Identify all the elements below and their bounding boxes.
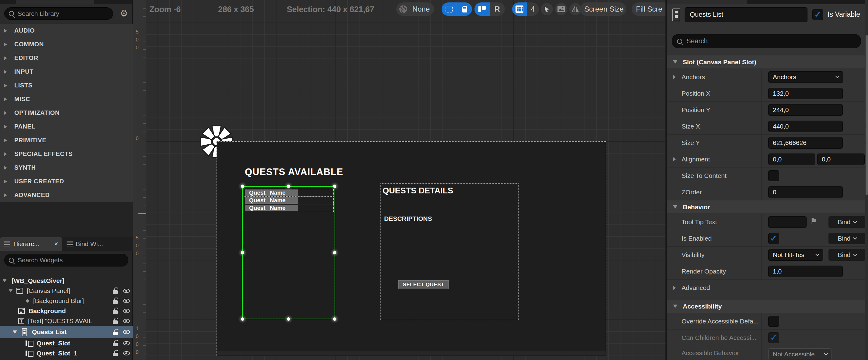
tree-row-canvas-panel[interactable]: [Canvas Panel] — [0, 286, 133, 296]
palette-category[interactable]: COMMON — [0, 37, 133, 51]
size-to-content-checkbox[interactable] — [768, 170, 779, 181]
quest-slot-row[interactable]: Quest Name — [244, 204, 334, 212]
expand-arrow-icon[interactable] — [673, 75, 676, 79]
lock-icon[interactable] — [113, 332, 118, 335]
visibility-eye-icon[interactable] — [123, 351, 130, 355]
size-x-input[interactable]: 440,0 — [768, 120, 843, 132]
section-slot[interactable]: Slot (Canvas Panel Slot) — [667, 55, 868, 69]
lock-icon[interactable] — [113, 343, 118, 346]
quest-slot-row[interactable]: Quest Name — [244, 189, 334, 197]
details-search-input[interactable]: Search — [672, 34, 861, 48]
visibility-bind-button[interactable]: Bind — [829, 249, 866, 261]
resize-handle[interactable] — [333, 251, 336, 254]
is-variable-checkbox[interactable]: ✓ — [812, 9, 823, 20]
visibility-eye-icon[interactable] — [123, 289, 130, 293]
alignment-y-input[interactable]: 0,0 — [817, 154, 865, 165]
visibility-eye-icon[interactable] — [123, 341, 130, 345]
palette-category[interactable]: SYNTH — [0, 161, 133, 174]
palette-category[interactable]: EDITOR — [0, 51, 133, 65]
render-opacity-input[interactable]: 1,0 — [768, 266, 843, 277]
section-behavior[interactable]: Behavior — [667, 200, 868, 214]
accessible-behavior-dropdown[interactable]: Not Accessible — [768, 349, 832, 360]
select-tool-button[interactable] — [541, 3, 553, 15]
palette-search-input[interactable]: Search Library — [4, 7, 113, 20]
row-advanced[interactable]: Advanced — [667, 280, 868, 296]
anchors-dropdown[interactable]: Anchors — [768, 71, 843, 83]
override-accessible-checkbox[interactable] — [768, 316, 779, 327]
quest-slot-row[interactable]: Quest Name — [244, 196, 334, 204]
lock-icon[interactable] — [113, 321, 118, 324]
tab-hierarchy[interactable]: Hierarc... × — [0, 237, 62, 251]
lock-icon[interactable] — [113, 300, 118, 304]
palette-category[interactable]: PANEL — [0, 120, 133, 133]
tree-row-text[interactable]: T [Text] "QUESTS AVAIL — [0, 316, 133, 326]
layout-mode-button[interactable] — [474, 2, 490, 16]
lock-icon[interactable] — [113, 290, 118, 294]
visibility-dropdown[interactable]: Not Hit-Tes — [768, 249, 823, 261]
scrollbar-thumb[interactable] — [866, 35, 868, 195]
collapse-arrow-icon[interactable] — [8, 289, 13, 293]
grid-snap-size-button[interactable]: 4 — [527, 2, 539, 16]
expand-arrow-icon[interactable] — [673, 157, 676, 161]
designer-viewport[interactable]: 500 0 500 1000 Zoom -6 286 x 365 Selecti… — [133, 0, 665, 360]
position-y-input[interactable]: 244,0 — [768, 104, 843, 116]
visibility-eye-icon[interactable] — [123, 319, 130, 323]
alignment-x-input[interactable]: 0,0 — [768, 154, 815, 165]
quest-details-widget[interactable]: QUESTS DETAILS DESCRIPTIONS SELECT QUEST — [380, 183, 519, 320]
widget-name-input[interactable]: Quests List — [685, 7, 807, 22]
position-x-input[interactable]: 132,0 — [768, 88, 843, 99]
is-enabled-checkbox[interactable]: ✓ — [768, 233, 779, 244]
tab-bind-widgets[interactable]: Bind Wi... — [62, 237, 133, 251]
preview-title-text[interactable]: QUESTS AVAILABLE — [245, 167, 343, 177]
r-toggle-button[interactable]: R — [490, 2, 505, 16]
flip-preview-button[interactable] — [569, 3, 582, 15]
palette-category[interactable]: INPUT — [0, 65, 133, 79]
resize-handle[interactable] — [287, 185, 290, 188]
lock-icon[interactable] — [113, 310, 118, 314]
tree-row-background[interactable]: Background — [0, 306, 133, 316]
close-icon[interactable]: × — [54, 240, 58, 248]
localization-flag-icon[interactable]: ⚑ — [810, 216, 817, 226]
selected-widget-quests-list[interactable]: Quest Name Quest Name Quest Name — [242, 186, 335, 319]
collapse-arrow-icon[interactable] — [2, 279, 7, 282]
is-enabled-bind-button[interactable]: Bind — [829, 233, 866, 244]
palette-category[interactable]: USER CREATED — [0, 174, 133, 188]
tree-row-background-blur[interactable]: [Background Blur] — [0, 296, 133, 306]
palette-category[interactable]: OPTIMIZATION — [0, 106, 133, 120]
palette-category[interactable]: LISTS — [0, 79, 133, 92]
palette-category[interactable]: AUDIO — [0, 24, 133, 37]
localization-preview-button[interactable]: None — [396, 2, 434, 16]
section-accessibility[interactable]: Accessibility — [667, 300, 868, 313]
visibility-eye-icon[interactable] — [123, 309, 130, 313]
resize-handle[interactable] — [287, 317, 290, 321]
can-children-accessible-checkbox[interactable]: ✓ — [768, 332, 779, 343]
visibility-eye-icon[interactable] — [123, 330, 130, 334]
size-y-input[interactable]: 621,666626 — [768, 137, 843, 149]
visibility-eye-icon[interactable] — [123, 299, 130, 303]
lock-widgets-button[interactable] — [457, 2, 472, 16]
lock-icon[interactable] — [113, 353, 118, 356]
collapse-arrow-icon[interactable] — [13, 330, 17, 334]
palette-category[interactable]: PRIMITIVE — [0, 133, 133, 147]
resize-handle[interactable] — [241, 317, 244, 321]
screen-size-dropdown[interactable]: Screen Size — [580, 2, 626, 16]
select-quest-button[interactable]: SELECT QUEST — [398, 280, 449, 289]
tree-row-quest-slot-1[interactable]: Quest_Slot_1 — [0, 348, 133, 358]
palette-settings-gear-icon[interactable]: ⚙ — [120, 8, 128, 19]
palette-category[interactable]: MISC — [0, 92, 133, 106]
tree-row-quest-slot[interactable]: Quest_Slot — [0, 338, 133, 348]
palette-category[interactable]: ADVANCED — [0, 188, 133, 202]
grid-snap-button[interactable] — [512, 2, 527, 16]
hierarchy-search-input[interactable]: Search Widgets — [4, 254, 128, 267]
show-outlines-button[interactable] — [442, 2, 457, 16]
tooltip-text-input[interactable] — [768, 216, 807, 228]
palette-category[interactable]: SPECIAL EFFECTS — [0, 147, 133, 161]
tooltip-bind-button[interactable]: Bind — [829, 216, 866, 228]
resize-handle[interactable] — [333, 317, 336, 321]
resize-handle[interactable] — [241, 185, 244, 188]
preview-background-button[interactable] — [555, 3, 567, 15]
resize-handle[interactable] — [333, 185, 336, 188]
tree-row-quests-list[interactable]: Quests List — [0, 326, 133, 338]
details-scrollbar[interactable] — [865, 0, 868, 360]
zorder-input[interactable]: 0 — [768, 186, 843, 198]
